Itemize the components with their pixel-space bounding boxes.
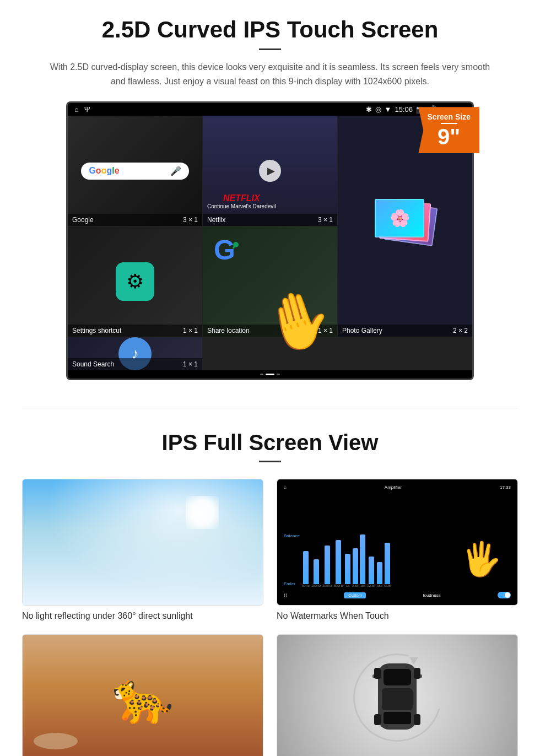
amp-time: 17:33 bbox=[500, 485, 511, 490]
amp-title: Amplifier bbox=[385, 485, 402, 490]
location-icon: ◎ bbox=[375, 105, 381, 114]
scroll-dot-2 bbox=[266, 374, 274, 375]
sunlight-image bbox=[22, 479, 263, 606]
cheetah-icon: 🐆 bbox=[112, 669, 174, 727]
status-bar-left: ⌂ Ψ bbox=[74, 105, 90, 114]
app-cell-share[interactable]: G 🤚 Share location 1 × 1 bbox=[203, 226, 337, 337]
home-icon: ⌂ bbox=[74, 105, 79, 114]
eq-labels: Balance Fader bbox=[284, 532, 300, 587]
equalizer-area: Balance Fader 60Hz 100Hz bbox=[282, 492, 513, 590]
play-icon: ▶ bbox=[267, 165, 275, 177]
wifi-icon: ▼ bbox=[385, 105, 392, 114]
share-app-name: Share location bbox=[207, 327, 250, 334]
bar-sub bbox=[385, 543, 390, 584]
settings-app-size: 1 × 1 bbox=[183, 327, 198, 334]
amp-hand-icon: 🖐 bbox=[461, 539, 502, 579]
app-cell-sound[interactable]: ♪ Sound Search 1 × 1 bbox=[68, 337, 202, 370]
sunlight-background bbox=[23, 479, 263, 605]
label-100hz: 100Hz bbox=[311, 584, 321, 587]
eq-bar-200hz: 200Hz bbox=[322, 546, 332, 587]
title-underline bbox=[259, 48, 281, 50]
settings-content: ⚙ bbox=[68, 226, 202, 337]
eq-bar-60hz: 60Hz bbox=[302, 551, 310, 587]
netflix-app-name: Netflix bbox=[207, 216, 225, 224]
settings-label: Settings shortcut 1 × 1 bbox=[68, 325, 202, 337]
amp-loudness-label: loudness bbox=[423, 593, 441, 598]
netflix-play-button[interactable]: ▶ bbox=[259, 160, 281, 182]
time-display: 15:06 bbox=[395, 105, 413, 114]
eq-bar-100hz: 100Hz bbox=[311, 559, 321, 587]
svg-rect-3 bbox=[384, 669, 411, 685]
section1-description: With 2.5D curved-display screen, this de… bbox=[44, 60, 496, 88]
label-200hz: 200Hz bbox=[322, 584, 332, 587]
app-cell-settings[interactable]: ⚙ Settings shortcut 1 × 1 bbox=[68, 226, 202, 337]
bar-1k bbox=[345, 554, 350, 584]
car-image bbox=[277, 634, 518, 756]
label-12_5k: 12.5k bbox=[367, 584, 375, 587]
amp-toggle[interactable] bbox=[498, 592, 511, 598]
netflix-content: ▶ bbox=[203, 116, 337, 226]
sound-label: Sound Search 1 × 1 bbox=[68, 358, 202, 370]
balance-label: Balance bbox=[284, 533, 300, 538]
eq-bar-500hz: 500Hz bbox=[334, 540, 343, 587]
google-app-size: 3 × 1 bbox=[183, 216, 198, 224]
app-cell-netflix[interactable]: ▶ NETFLIX Continue Marvel's Daredevil Ne… bbox=[203, 116, 337, 226]
netflix-label: Netflix 3 × 1 bbox=[203, 214, 337, 226]
dust-cloud bbox=[34, 733, 78, 749]
fader-label: Fader bbox=[284, 581, 300, 586]
svg-rect-11 bbox=[414, 714, 420, 725]
car-top-view bbox=[370, 652, 425, 743]
sound-app-size: 1 × 1 bbox=[183, 360, 198, 368]
google-g-icon: G bbox=[214, 237, 241, 267]
light-rays bbox=[23, 479, 263, 605]
amp-prev-icon: ⟨⟨ bbox=[284, 593, 287, 598]
amplifier-background: ⌂ Amplifier 17:33 Balance Fader bbox=[277, 479, 517, 605]
amplifier-caption: No Watermarks When Touch bbox=[277, 611, 518, 621]
device-screen: ⌂ Ψ ✱ ◎ ▼ 15:06 📷 🔊 ✕ ▭ ↩ bbox=[66, 101, 474, 380]
usb-icon: Ψ bbox=[84, 105, 90, 114]
netflix-info: NETFLIX Continue Marvel's Daredevil bbox=[207, 193, 276, 209]
app-grid: Google 🎤 Google 3 × 1 ▶ bbox=[68, 116, 472, 370]
bar-2_5k bbox=[353, 548, 358, 584]
ips-item-car: Large Viewing Angle bbox=[277, 634, 518, 756]
bar-12_5k bbox=[369, 557, 374, 584]
amp-toggle-knob bbox=[505, 592, 510, 598]
settings-app-name: Settings shortcut bbox=[72, 327, 121, 334]
ips-item-sunlight: No light reflecting under 360° direct su… bbox=[22, 479, 263, 621]
svg-rect-9 bbox=[414, 668, 420, 679]
sound-app-name: Sound Search bbox=[72, 360, 114, 368]
sunlight-caption: No light reflecting under 360° direct su… bbox=[22, 611, 263, 621]
google-app-name: Google bbox=[72, 216, 94, 224]
label-15k: 15k bbox=[377, 584, 382, 587]
eq-bar-15k: 15k bbox=[377, 562, 382, 587]
eq-bar-12_5k: 12.5k bbox=[367, 557, 375, 587]
google-search-bar[interactable]: Google 🎤 bbox=[81, 163, 188, 180]
settings-icon: ⚙ bbox=[116, 262, 154, 301]
bluetooth-icon: ✱ bbox=[366, 105, 372, 114]
label-1k: 1k bbox=[346, 584, 349, 587]
scroll-dot-3 bbox=[277, 374, 280, 375]
scroll-dots bbox=[68, 370, 472, 379]
label-10k: 10k bbox=[360, 584, 365, 587]
ips-item-cheetah: 🐆 Super Fast Response bbox=[22, 634, 263, 756]
amp-status-bar: ⌂ Amplifier 17:33 bbox=[282, 484, 513, 491]
section-ips-fullscreen: IPS Full Screen View No light reflecting… bbox=[0, 425, 540, 756]
bar-15k bbox=[377, 562, 382, 584]
eq-bar-1k: 1k bbox=[345, 554, 350, 587]
car-scene bbox=[370, 652, 425, 743]
google-label: Google 3 × 1 bbox=[68, 214, 202, 226]
scroll-dot-1 bbox=[260, 374, 263, 375]
section-divider bbox=[22, 408, 518, 408]
netflix-subtitle: Continue Marvel's Daredevil bbox=[207, 203, 276, 209]
device-mockup: Screen Size 9" ⌂ Ψ ✱ ◎ ▼ 15:06 📷 🔊 ✕ bbox=[66, 101, 474, 380]
app-cell-google[interactable]: Google 🎤 Google 3 × 1 bbox=[68, 116, 202, 226]
amplifier-image: ⌂ Amplifier 17:33 Balance Fader bbox=[277, 479, 518, 606]
label-2_5k: 2.5k bbox=[352, 584, 358, 587]
svg-text:G: G bbox=[214, 237, 235, 265]
google-logo: Google bbox=[89, 166, 119, 176]
section2-underline bbox=[259, 461, 281, 462]
flower-icon: 🌸 bbox=[390, 208, 410, 228]
ips-item-amplifier: ⌂ Amplifier 17:33 Balance Fader bbox=[277, 479, 518, 621]
svg-rect-8 bbox=[374, 668, 381, 679]
photo-card-3: 🌸 bbox=[375, 199, 424, 237]
